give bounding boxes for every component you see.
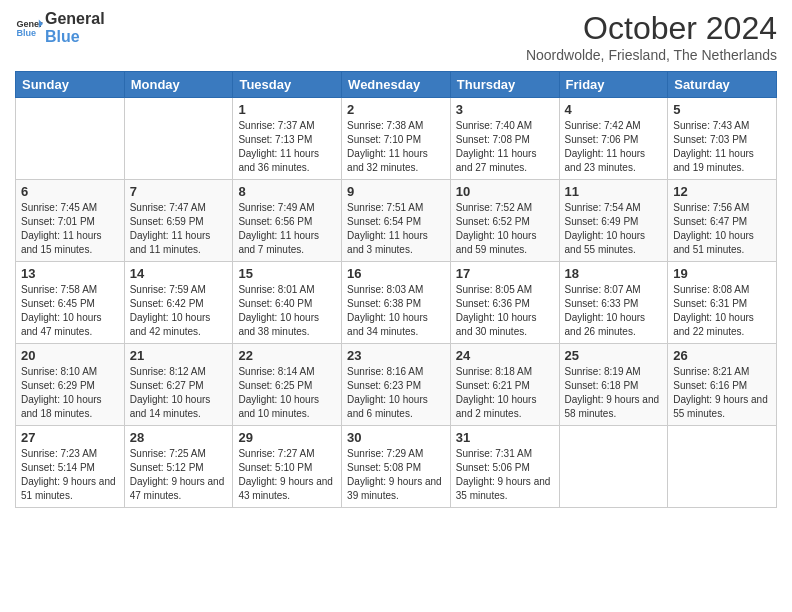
month-title: October 2024 bbox=[526, 10, 777, 47]
day-header-thursday: Thursday bbox=[450, 72, 559, 98]
calendar-cell: 27Sunrise: 7:23 AMSunset: 5:14 PMDayligh… bbox=[16, 426, 125, 508]
day-info: Sunrise: 7:31 AMSunset: 5:06 PMDaylight:… bbox=[456, 447, 554, 503]
day-info: Sunrise: 7:29 AMSunset: 5:08 PMDaylight:… bbox=[347, 447, 445, 503]
day-info: Sunrise: 7:51 AMSunset: 6:54 PMDaylight:… bbox=[347, 201, 445, 257]
day-number: 20 bbox=[21, 348, 119, 363]
day-number: 27 bbox=[21, 430, 119, 445]
day-info: Sunrise: 7:47 AMSunset: 6:59 PMDaylight:… bbox=[130, 201, 228, 257]
calendar-cell: 9Sunrise: 7:51 AMSunset: 6:54 PMDaylight… bbox=[342, 180, 451, 262]
week-row-3: 13Sunrise: 7:58 AMSunset: 6:45 PMDayligh… bbox=[16, 262, 777, 344]
calendar-cell: 13Sunrise: 7:58 AMSunset: 6:45 PMDayligh… bbox=[16, 262, 125, 344]
calendar-cell: 10Sunrise: 7:52 AMSunset: 6:52 PMDayligh… bbox=[450, 180, 559, 262]
calendar-cell bbox=[559, 426, 668, 508]
day-header-friday: Friday bbox=[559, 72, 668, 98]
day-number: 22 bbox=[238, 348, 336, 363]
day-number: 25 bbox=[565, 348, 663, 363]
logo: General Blue General Blue bbox=[15, 10, 105, 45]
day-number: 3 bbox=[456, 102, 554, 117]
calendar-cell: 21Sunrise: 8:12 AMSunset: 6:27 PMDayligh… bbox=[124, 344, 233, 426]
svg-text:Blue: Blue bbox=[16, 28, 36, 38]
day-header-wednesday: Wednesday bbox=[342, 72, 451, 98]
day-info: Sunrise: 7:27 AMSunset: 5:10 PMDaylight:… bbox=[238, 447, 336, 503]
day-header-sunday: Sunday bbox=[16, 72, 125, 98]
day-info: Sunrise: 7:43 AMSunset: 7:03 PMDaylight:… bbox=[673, 119, 771, 175]
day-info: Sunrise: 8:21 AMSunset: 6:16 PMDaylight:… bbox=[673, 365, 771, 421]
day-number: 30 bbox=[347, 430, 445, 445]
day-info: Sunrise: 8:19 AMSunset: 6:18 PMDaylight:… bbox=[565, 365, 663, 421]
calendar-cell: 23Sunrise: 8:16 AMSunset: 6:23 PMDayligh… bbox=[342, 344, 451, 426]
week-row-2: 6Sunrise: 7:45 AMSunset: 7:01 PMDaylight… bbox=[16, 180, 777, 262]
day-number: 19 bbox=[673, 266, 771, 281]
day-header-saturday: Saturday bbox=[668, 72, 777, 98]
day-info: Sunrise: 7:52 AMSunset: 6:52 PMDaylight:… bbox=[456, 201, 554, 257]
day-info: Sunrise: 7:59 AMSunset: 6:42 PMDaylight:… bbox=[130, 283, 228, 339]
day-number: 4 bbox=[565, 102, 663, 117]
calendar-cell: 3Sunrise: 7:40 AMSunset: 7:08 PMDaylight… bbox=[450, 98, 559, 180]
day-header-monday: Monday bbox=[124, 72, 233, 98]
logo-text: General Blue bbox=[45, 10, 105, 45]
day-number: 7 bbox=[130, 184, 228, 199]
day-info: Sunrise: 8:12 AMSunset: 6:27 PMDaylight:… bbox=[130, 365, 228, 421]
day-info: Sunrise: 8:07 AMSunset: 6:33 PMDaylight:… bbox=[565, 283, 663, 339]
day-number: 31 bbox=[456, 430, 554, 445]
title-block: October 2024 Noordwolde, Friesland, The … bbox=[526, 10, 777, 63]
day-number: 13 bbox=[21, 266, 119, 281]
location: Noordwolde, Friesland, The Netherlands bbox=[526, 47, 777, 63]
week-row-5: 27Sunrise: 7:23 AMSunset: 5:14 PMDayligh… bbox=[16, 426, 777, 508]
calendar-cell: 16Sunrise: 8:03 AMSunset: 6:38 PMDayligh… bbox=[342, 262, 451, 344]
day-info: Sunrise: 7:37 AMSunset: 7:13 PMDaylight:… bbox=[238, 119, 336, 175]
day-number: 28 bbox=[130, 430, 228, 445]
day-info: Sunrise: 7:54 AMSunset: 6:49 PMDaylight:… bbox=[565, 201, 663, 257]
calendar-cell: 30Sunrise: 7:29 AMSunset: 5:08 PMDayligh… bbox=[342, 426, 451, 508]
day-number: 14 bbox=[130, 266, 228, 281]
day-header-tuesday: Tuesday bbox=[233, 72, 342, 98]
calendar-cell: 20Sunrise: 8:10 AMSunset: 6:29 PMDayligh… bbox=[16, 344, 125, 426]
calendar-cell: 31Sunrise: 7:31 AMSunset: 5:06 PMDayligh… bbox=[450, 426, 559, 508]
calendar-cell: 17Sunrise: 8:05 AMSunset: 6:36 PMDayligh… bbox=[450, 262, 559, 344]
calendar-cell: 28Sunrise: 7:25 AMSunset: 5:12 PMDayligh… bbox=[124, 426, 233, 508]
calendar-cell: 18Sunrise: 8:07 AMSunset: 6:33 PMDayligh… bbox=[559, 262, 668, 344]
week-row-4: 20Sunrise: 8:10 AMSunset: 6:29 PMDayligh… bbox=[16, 344, 777, 426]
calendar-cell: 2Sunrise: 7:38 AMSunset: 7:10 PMDaylight… bbox=[342, 98, 451, 180]
calendar-cell bbox=[16, 98, 125, 180]
day-number: 26 bbox=[673, 348, 771, 363]
calendar-cell: 22Sunrise: 8:14 AMSunset: 6:25 PMDayligh… bbox=[233, 344, 342, 426]
calendar-cell: 6Sunrise: 7:45 AMSunset: 7:01 PMDaylight… bbox=[16, 180, 125, 262]
calendar-cell: 29Sunrise: 7:27 AMSunset: 5:10 PMDayligh… bbox=[233, 426, 342, 508]
day-number: 23 bbox=[347, 348, 445, 363]
day-number: 21 bbox=[130, 348, 228, 363]
day-info: Sunrise: 7:38 AMSunset: 7:10 PMDaylight:… bbox=[347, 119, 445, 175]
calendar-cell: 15Sunrise: 8:01 AMSunset: 6:40 PMDayligh… bbox=[233, 262, 342, 344]
logo-icon: General Blue bbox=[15, 14, 43, 42]
day-info: Sunrise: 8:10 AMSunset: 6:29 PMDaylight:… bbox=[21, 365, 119, 421]
day-number: 6 bbox=[21, 184, 119, 199]
day-info: Sunrise: 8:08 AMSunset: 6:31 PMDaylight:… bbox=[673, 283, 771, 339]
calendar-cell: 12Sunrise: 7:56 AMSunset: 6:47 PMDayligh… bbox=[668, 180, 777, 262]
calendar-cell: 7Sunrise: 7:47 AMSunset: 6:59 PMDaylight… bbox=[124, 180, 233, 262]
day-number: 15 bbox=[238, 266, 336, 281]
day-number: 10 bbox=[456, 184, 554, 199]
day-number: 9 bbox=[347, 184, 445, 199]
day-number: 18 bbox=[565, 266, 663, 281]
day-info: Sunrise: 7:42 AMSunset: 7:06 PMDaylight:… bbox=[565, 119, 663, 175]
day-number: 8 bbox=[238, 184, 336, 199]
day-number: 11 bbox=[565, 184, 663, 199]
day-info: Sunrise: 7:40 AMSunset: 7:08 PMDaylight:… bbox=[456, 119, 554, 175]
day-info: Sunrise: 7:25 AMSunset: 5:12 PMDaylight:… bbox=[130, 447, 228, 503]
calendar-cell bbox=[668, 426, 777, 508]
day-number: 16 bbox=[347, 266, 445, 281]
day-info: Sunrise: 8:01 AMSunset: 6:40 PMDaylight:… bbox=[238, 283, 336, 339]
day-info: Sunrise: 7:23 AMSunset: 5:14 PMDaylight:… bbox=[21, 447, 119, 503]
day-info: Sunrise: 8:14 AMSunset: 6:25 PMDaylight:… bbox=[238, 365, 336, 421]
day-info: Sunrise: 7:58 AMSunset: 6:45 PMDaylight:… bbox=[21, 283, 119, 339]
day-info: Sunrise: 8:05 AMSunset: 6:36 PMDaylight:… bbox=[456, 283, 554, 339]
calendar-cell: 26Sunrise: 8:21 AMSunset: 6:16 PMDayligh… bbox=[668, 344, 777, 426]
day-info: Sunrise: 7:49 AMSunset: 6:56 PMDaylight:… bbox=[238, 201, 336, 257]
day-info: Sunrise: 8:03 AMSunset: 6:38 PMDaylight:… bbox=[347, 283, 445, 339]
calendar-cell: 5Sunrise: 7:43 AMSunset: 7:03 PMDaylight… bbox=[668, 98, 777, 180]
header-row: SundayMondayTuesdayWednesdayThursdayFrid… bbox=[16, 72, 777, 98]
day-info: Sunrise: 8:18 AMSunset: 6:21 PMDaylight:… bbox=[456, 365, 554, 421]
day-number: 2 bbox=[347, 102, 445, 117]
calendar-cell: 8Sunrise: 7:49 AMSunset: 6:56 PMDaylight… bbox=[233, 180, 342, 262]
calendar-cell: 14Sunrise: 7:59 AMSunset: 6:42 PMDayligh… bbox=[124, 262, 233, 344]
